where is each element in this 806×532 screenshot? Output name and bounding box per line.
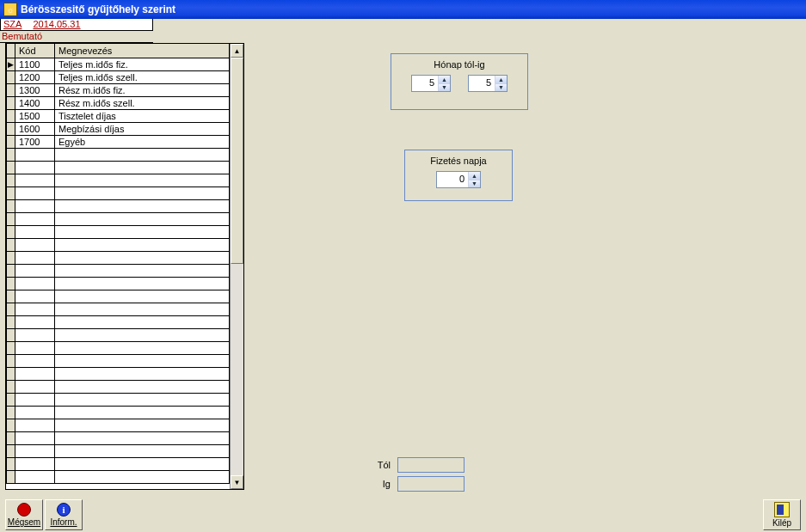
cell-megnevezes[interactable] — [55, 161, 230, 174]
table-row[interactable] — [7, 161, 230, 174]
cell-kod[interactable]: 1100 — [15, 58, 55, 70]
table-row[interactable]: 1200Teljes m.idős szell. — [7, 70, 230, 83]
cell-kod[interactable] — [15, 470, 55, 483]
cell-megnevezes[interactable] — [55, 238, 230, 251]
cell-kod[interactable] — [15, 393, 55, 406]
table-row[interactable] — [7, 264, 230, 277]
table-row[interactable] — [7, 187, 230, 199]
range-to-field[interactable] — [397, 476, 465, 492]
table-row[interactable] — [7, 225, 230, 238]
table-row[interactable] — [7, 354, 230, 367]
cell-megnevezes[interactable] — [55, 393, 230, 406]
cell-kod[interactable] — [15, 161, 55, 174]
cell-kod[interactable] — [15, 290, 55, 303]
table-row[interactable] — [7, 444, 230, 457]
cell-kod[interactable] — [15, 431, 55, 444]
cell-megnevezes[interactable]: Tisztelet díjas — [55, 109, 230, 122]
month-from-down[interactable]: ▼ — [439, 84, 450, 92]
cell-kod[interactable]: 1700 — [15, 135, 55, 148]
cell-kod[interactable] — [15, 238, 55, 251]
table-row[interactable] — [7, 290, 230, 303]
cell-kod[interactable] — [15, 457, 55, 470]
category-table[interactable]: Kód Megnevezés ▶1100Teljes m.idős fiz.12… — [5, 43, 244, 490]
table-row[interactable] — [7, 470, 230, 483]
cell-megnevezes[interactable]: Teljes m.idős szell. — [55, 70, 230, 83]
cell-megnevezes[interactable]: Megbízási díjas — [55, 122, 230, 135]
table-row[interactable]: 1500Tisztelet díjas — [7, 109, 230, 122]
cell-kod[interactable]: 1200 — [15, 70, 55, 83]
cell-megnevezes[interactable] — [55, 419, 230, 431]
info-button[interactable]: i Inform. — [45, 499, 83, 530]
payday-down[interactable]: ▼ — [469, 180, 480, 188]
table-row[interactable] — [7, 251, 230, 264]
cell-kod[interactable] — [15, 277, 55, 290]
scroll-down-button[interactable]: ▼ — [231, 475, 243, 489]
table-row[interactable]: 1600Megbízási díjas — [7, 122, 230, 135]
month-to-value[interactable]: 5 — [469, 76, 495, 91]
cell-megnevezes[interactable]: Egyéb — [55, 135, 230, 148]
cell-megnevezes[interactable]: Rész m.idős szell. — [55, 96, 230, 109]
table-row[interactable] — [7, 380, 230, 393]
cell-kod[interactable] — [15, 315, 55, 328]
payday-up[interactable]: ▲ — [469, 172, 480, 180]
header-date[interactable]: 2014.05.31 — [33, 19, 80, 29]
table-row[interactable] — [7, 328, 230, 341]
scroll-thumb[interactable] — [231, 58, 243, 264]
table-row[interactable] — [7, 341, 230, 354]
cancel-button[interactable]: Mégsem — [5, 499, 43, 530]
cell-kod[interactable] — [15, 406, 55, 419]
cell-kod[interactable] — [15, 212, 55, 225]
cell-megnevezes[interactable] — [55, 380, 230, 393]
cell-megnevezes[interactable] — [55, 251, 230, 264]
range-from-field[interactable] — [397, 457, 465, 473]
cell-megnevezes[interactable] — [55, 187, 230, 199]
table-row[interactable] — [7, 419, 230, 431]
cell-megnevezes[interactable] — [55, 225, 230, 238]
table-row[interactable] — [7, 199, 230, 212]
cell-kod[interactable] — [15, 174, 55, 187]
exit-button[interactable]: Kilép — [763, 499, 801, 530]
cell-megnevezes[interactable]: Teljes m.idős fiz. — [55, 58, 230, 70]
table-row[interactable]: 1700Egyéb — [7, 135, 230, 148]
payday-value[interactable]: 0 — [437, 172, 468, 187]
cell-megnevezes[interactable] — [55, 328, 230, 341]
cell-megnevezes[interactable] — [55, 341, 230, 354]
table-row[interactable] — [7, 431, 230, 444]
cell-megnevezes[interactable] — [55, 406, 230, 419]
cell-megnevezes[interactable] — [55, 303, 230, 315]
cell-kod[interactable]: 1300 — [15, 83, 55, 96]
cell-kod[interactable] — [15, 444, 55, 457]
cell-kod[interactable] — [15, 264, 55, 277]
column-kod[interactable]: Kód — [15, 44, 55, 58]
cell-megnevezes[interactable] — [55, 367, 230, 380]
cell-kod[interactable] — [15, 367, 55, 380]
cell-kod[interactable] — [15, 148, 55, 161]
month-from-value[interactable]: 5 — [412, 76, 438, 91]
cell-kod[interactable] — [15, 341, 55, 354]
cell-megnevezes[interactable] — [55, 277, 230, 290]
table-row[interactable] — [7, 277, 230, 290]
cell-megnevezes[interactable] — [55, 174, 230, 187]
table-row[interactable] — [7, 406, 230, 419]
cell-megnevezes[interactable] — [55, 444, 230, 457]
cell-megnevezes[interactable] — [55, 457, 230, 470]
cell-kod[interactable] — [15, 251, 55, 264]
cell-kod[interactable]: 1500 — [15, 109, 55, 122]
cell-megnevezes[interactable] — [55, 431, 230, 444]
cell-kod[interactable] — [15, 199, 55, 212]
table-row[interactable] — [7, 238, 230, 251]
scroll-up-button[interactable]: ▲ — [231, 44, 243, 58]
table-row[interactable]: ▶1100Teljes m.idős fiz. — [7, 58, 230, 70]
table-row[interactable] — [7, 174, 230, 187]
cell-megnevezes[interactable]: Rész m.idős fiz. — [55, 83, 230, 96]
table-row[interactable] — [7, 148, 230, 161]
table-row[interactable] — [7, 315, 230, 328]
payday-spinner[interactable]: 0 ▲ ▼ — [436, 171, 481, 188]
table-row[interactable] — [7, 367, 230, 380]
cell-megnevezes[interactable] — [55, 354, 230, 367]
month-to-spinner[interactable]: 5 ▲ ▼ — [468, 75, 508, 92]
cell-kod[interactable]: 1600 — [15, 122, 55, 135]
cell-megnevezes[interactable] — [55, 315, 230, 328]
cell-megnevezes[interactable] — [55, 470, 230, 483]
cell-megnevezes[interactable] — [55, 148, 230, 161]
